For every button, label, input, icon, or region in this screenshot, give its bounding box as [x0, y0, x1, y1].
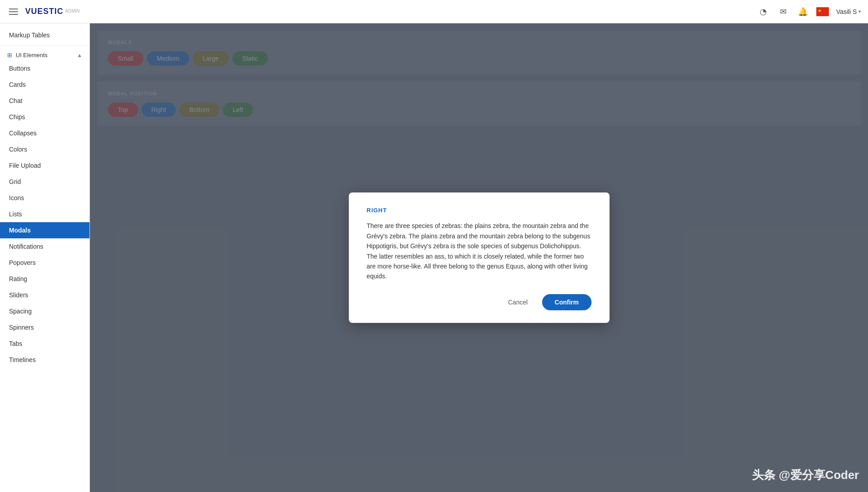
sidebar-item-icons[interactable]: Icons [0, 190, 89, 206]
bell-icon[interactable]: 🔔 [797, 5, 809, 18]
logo-admin-text: ADMIN [65, 9, 80, 13]
sidebar-item-grid[interactable]: Grid [0, 174, 89, 190]
modal-title: RIGHT [367, 207, 592, 214]
sidebar-item-spinners[interactable]: Spinners [0, 319, 89, 335]
sidebar-item-colors[interactable]: Colors [0, 141, 89, 157]
modal-confirm-button[interactable]: Confirm [542, 294, 592, 310]
mail-icon[interactable]: ✉ [777, 5, 789, 18]
navbar-right: ◔ ✉ 🔔 ★ Vasili S ▾ [757, 5, 861, 18]
sidebar-item-popovers[interactable]: Popovers [0, 255, 89, 271]
sidebar-item-collapses[interactable]: Collapses [0, 125, 89, 141]
modal-cancel-button[interactable]: Cancel [501, 295, 535, 309]
user-menu[interactable]: Vasili S ▾ [836, 8, 861, 15]
chevron-down-icon: ▾ [859, 9, 861, 14]
sidebar-item-cards[interactable]: Cards [0, 76, 89, 93]
sidebar-item-spacing[interactable]: Spacing [0, 303, 89, 319]
modal-body-text: There are three species of zebras: the p… [367, 221, 592, 281]
hamburger-line [9, 14, 18, 15]
flag-china: ★ [816, 7, 829, 16]
navbar-left: VUESTIC ADMIN [7, 7, 80, 17]
sidebar-markup-tables-label: Markup Tables [9, 31, 50, 39]
sidebar-item-rating[interactable]: Rating [0, 271, 89, 287]
sidebar: Markup Tables ⊞ UI Elements ▲ Buttons Ca… [0, 23, 90, 492]
hamburger-button[interactable] [7, 7, 20, 17]
layout: Markup Tables ⊞ UI Elements ▲ Buttons Ca… [0, 23, 868, 492]
sidebar-item-sliders[interactable]: Sliders [0, 287, 89, 303]
sidebar-item-chips[interactable]: Chips [0, 109, 89, 125]
collapse-arrow-icon: ▲ [77, 52, 82, 58]
navbar: VUESTIC ADMIN ◔ ✉ 🔔 ★ Vasili S ▾ [0, 0, 868, 23]
help-icon[interactable]: ◔ [757, 5, 770, 18]
user-name: Vasili S [836, 8, 857, 15]
modal-dialog: RIGHT There are three species of zebras:… [349, 192, 610, 322]
sidebar-item-chat[interactable]: Chat [0, 93, 89, 109]
flag-icon[interactable]: ★ [816, 7, 829, 16]
sidebar-divider [0, 45, 89, 45]
sidebar-item-buttons[interactable]: Buttons [0, 60, 89, 76]
sidebar-item-modals[interactable]: Modals [0, 222, 89, 238]
hamburger-line [9, 9, 18, 9]
ui-elements-label: UI Elements [16, 52, 48, 58]
logo-text: VUESTIC [25, 7, 63, 16]
sidebar-item-lists[interactable]: Lists [0, 206, 89, 222]
grid-icon: ⊞ [7, 52, 12, 58]
hamburger-line [9, 11, 18, 12]
main-content: MODALS Small Medium Large Static MODAL P… [90, 23, 868, 492]
logo: VUESTIC ADMIN [25, 7, 80, 16]
ui-elements-group: ⊞ UI Elements [7, 52, 48, 58]
sidebar-item-timelines[interactable]: Timelines [0, 352, 89, 368]
sidebar-ui-elements-section[interactable]: ⊞ UI Elements ▲ [0, 47, 89, 60]
sidebar-item-markup-tables[interactable]: Markup Tables [0, 27, 89, 43]
modal-overlay: RIGHT There are three species of zebras:… [90, 23, 868, 492]
flag-star: ★ [818, 8, 822, 13]
sidebar-item-file-upload[interactable]: File Upload [0, 157, 89, 174]
sidebar-item-notifications[interactable]: Notifications [0, 238, 89, 255]
modal-actions: Cancel Confirm [367, 294, 592, 310]
sidebar-item-tabs[interactable]: Tabs [0, 335, 89, 352]
